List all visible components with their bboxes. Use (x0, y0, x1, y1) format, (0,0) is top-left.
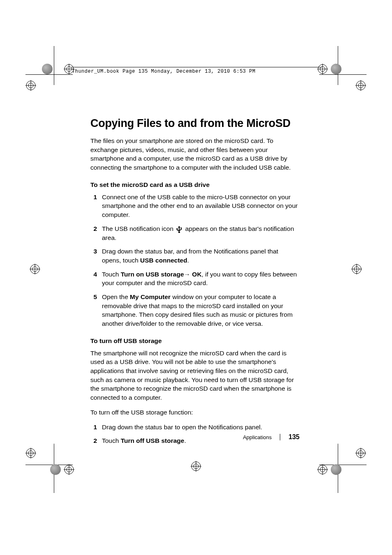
print-header-line: Thunder_UM.book Page 135 Monday, Decembe… (72, 69, 256, 74)
step-number: 4 (90, 270, 102, 288)
step-item: 1 Drag down the status bar to open the N… (90, 423, 298, 432)
step-item: 3 Drag down the status bar, and from the… (90, 247, 298, 265)
step-text: The USB notification icon appears on the… (102, 224, 298, 242)
crop-line (54, 46, 54, 85)
page-content: Copying Files to and from the MicroSD Th… (90, 117, 298, 454)
body-paragraph: The smartphone will not recognize the mi… (90, 349, 298, 402)
body-paragraph: To turn off the USB storage function: (90, 408, 298, 417)
header-rule (71, 67, 322, 67)
page-footer: Applications 135 (243, 433, 300, 441)
registration-mark-icon (30, 264, 40, 274)
step-text: Open the My Computer window on your comp… (102, 292, 298, 328)
registration-mark-icon (355, 448, 366, 458)
main-heading: Copying Files to and from the MicroSD (90, 117, 298, 130)
footer-divider (280, 434, 280, 440)
step-item: 4 Touch Turn on USB storage→ OK, if you … (90, 270, 298, 288)
print-ornament-icon (331, 64, 341, 74)
registration-mark-icon (25, 80, 36, 91)
step-text: Connect one of the USB cable to the micr… (102, 193, 298, 219)
svg-point-44 (181, 227, 182, 228)
section-heading-turn-off: To turn off USB storage (90, 337, 298, 345)
usb-trident-icon (176, 226, 182, 233)
print-ornament-icon (331, 464, 341, 475)
print-ornament-icon (42, 64, 53, 74)
step-number: 3 (90, 247, 102, 265)
step-text: Touch Turn on USB storage→ OK, if you wa… (102, 270, 298, 288)
step-item: 5 Open the My Computer window on your co… (90, 292, 298, 328)
registration-mark-icon (317, 464, 328, 475)
registration-mark-icon (317, 64, 328, 74)
step-item: 1 Connect one of the USB cable to the mi… (90, 193, 298, 219)
registration-mark-icon (351, 264, 362, 274)
intro-paragraph: The files on your smartphone are stored … (90, 136, 298, 172)
step-item: 2 The USB notification icon appears on t… (90, 224, 298, 242)
step-number: 2 (90, 224, 102, 242)
crop-line (25, 74, 73, 75)
footer-section-label: Applications (243, 434, 272, 440)
registration-mark-icon (25, 448, 36, 458)
step-number: 2 (90, 436, 102, 445)
page-number: 135 (288, 433, 300, 441)
section-heading-set-usb: To set the microSD card as a USB drive (90, 181, 298, 189)
registration-mark-icon (64, 464, 74, 475)
steps-list-1: 1 Connect one of the USB cable to the mi… (90, 193, 298, 328)
step-number: 1 (90, 193, 102, 219)
svg-rect-45 (177, 228, 178, 229)
step-text: Drag down the status bar, and from the N… (102, 247, 298, 265)
step-number: 5 (90, 292, 102, 328)
print-ornament-icon (50, 464, 61, 475)
registration-mark-icon (355, 80, 366, 91)
registration-mark-icon (191, 461, 201, 472)
crop-line (319, 74, 367, 75)
step-number: 1 (90, 423, 102, 432)
step-text: Drag down the status bar to open the Not… (102, 423, 298, 432)
